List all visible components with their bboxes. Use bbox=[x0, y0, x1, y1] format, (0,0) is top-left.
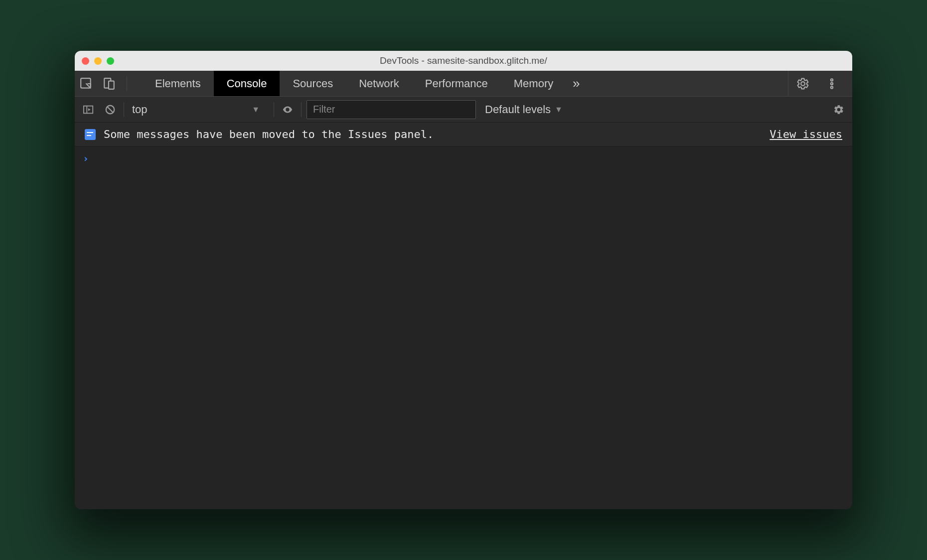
tab-memory[interactable]: Memory bbox=[501, 71, 566, 96]
filter-input[interactable] bbox=[307, 100, 476, 119]
tab-sources[interactable]: Sources bbox=[280, 71, 346, 96]
console-toolbar: top ▼ Default levels ▼ bbox=[75, 97, 852, 123]
console-body[interactable]: › bbox=[75, 146, 852, 509]
divider bbox=[301, 102, 302, 117]
inspect-element-icon[interactable] bbox=[77, 74, 96, 93]
svg-point-4 bbox=[831, 82, 833, 84]
svg-rect-2 bbox=[109, 81, 114, 89]
svg-line-8 bbox=[108, 107, 113, 112]
levels-label: Default levels bbox=[485, 103, 551, 116]
context-selector[interactable]: top ▼ bbox=[129, 103, 269, 116]
tab-network[interactable]: Network bbox=[346, 71, 412, 96]
issues-icon bbox=[85, 129, 96, 140]
tab-console[interactable]: Console bbox=[214, 71, 280, 96]
live-expression-eye-icon[interactable] bbox=[279, 101, 296, 118]
window-maximize-button[interactable] bbox=[107, 57, 114, 65]
tabs: Elements Console Sources Network Perform… bbox=[142, 71, 586, 96]
tab-performance[interactable]: Performance bbox=[412, 71, 501, 96]
main-tabbar: Elements Console Sources Network Perform… bbox=[75, 71, 852, 97]
tabbar-right bbox=[788, 71, 852, 96]
traffic-lights bbox=[82, 57, 114, 65]
clear-console-icon[interactable] bbox=[102, 101, 119, 118]
window-close-button[interactable] bbox=[82, 57, 89, 65]
log-levels-selector[interactable]: Default levels ▼ bbox=[485, 103, 563, 116]
window-title: DevTools - samesite-sandbox.glitch.me/ bbox=[75, 55, 852, 66]
tab-elements[interactable]: Elements bbox=[142, 71, 214, 96]
chevron-down-icon: ▼ bbox=[252, 105, 260, 114]
issues-message: Some messages have been moved to the Iss… bbox=[104, 128, 434, 140]
svg-point-3 bbox=[831, 79, 833, 81]
devtools-window: DevTools - samesite-sandbox.glitch.me/ E… bbox=[75, 51, 852, 509]
more-tabs-button[interactable]: » bbox=[566, 71, 586, 96]
titlebar: DevTools - samesite-sandbox.glitch.me/ bbox=[75, 51, 852, 71]
svg-point-5 bbox=[831, 86, 833, 88]
window-minimize-button[interactable] bbox=[94, 57, 102, 65]
console-prompt-icon: › bbox=[83, 152, 89, 164]
kebab-menu-icon[interactable] bbox=[822, 74, 841, 93]
divider bbox=[274, 102, 274, 117]
toggle-sidebar-icon[interactable] bbox=[80, 101, 97, 118]
view-issues-link[interactable]: View issues bbox=[770, 128, 842, 140]
context-label: top bbox=[132, 103, 148, 116]
divider bbox=[124, 102, 124, 117]
device-toolbar-icon[interactable] bbox=[100, 74, 119, 93]
issues-banner: Some messages have been moved to the Iss… bbox=[75, 123, 852, 146]
console-settings-gear-icon[interactable] bbox=[830, 101, 847, 118]
settings-gear-icon[interactable] bbox=[793, 74, 812, 93]
chevron-down-icon: ▼ bbox=[555, 105, 563, 114]
divider bbox=[127, 76, 127, 91]
